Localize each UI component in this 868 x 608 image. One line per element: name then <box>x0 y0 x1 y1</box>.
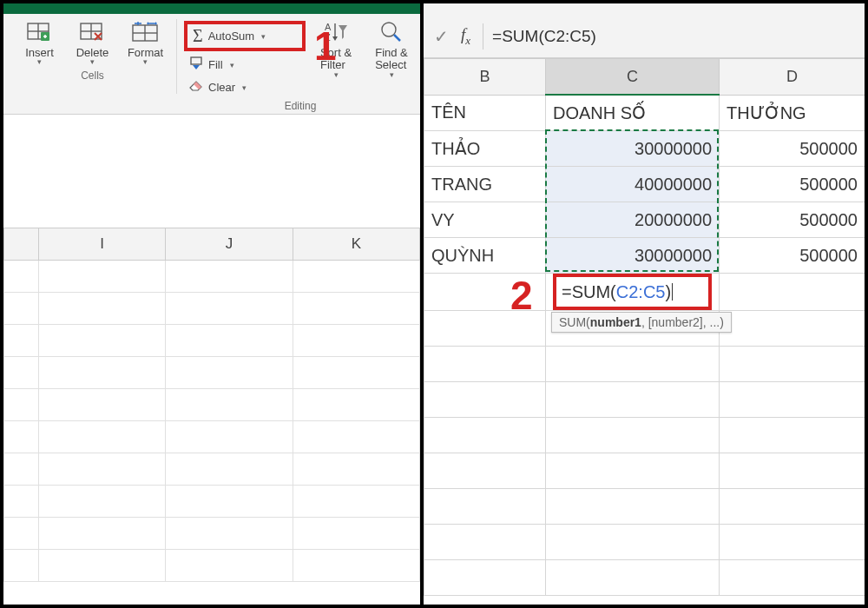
formula-bar-input[interactable]: =SUM(C2:C5) <box>483 23 854 50</box>
autosum-button[interactable]: Σ AutoSum ▾ <box>184 21 306 51</box>
search-icon <box>377 19 406 45</box>
cells-group-label: Cells <box>81 69 104 82</box>
callout-2: 2 <box>510 275 533 315</box>
col-K[interactable]: K <box>293 228 419 261</box>
table-row <box>424 560 865 596</box>
eraser-icon <box>189 80 203 95</box>
ribbon: Insert ▾ <box>3 14 420 115</box>
col-C[interactable]: C <box>546 59 720 96</box>
chevron-down-icon: ▾ <box>390 70 394 79</box>
formula-bar: ✓ fx =SUM(C2:C5) <box>424 16 865 58</box>
column-header-row[interactable]: I J K <box>4 228 420 261</box>
group-separator <box>176 19 177 94</box>
chevron-down-icon: ▾ <box>37 57 42 66</box>
svg-line-25 <box>394 35 400 41</box>
table-row[interactable]: TRANG 40000000 500000 <box>424 167 865 202</box>
table-row[interactable]: TÊN DOANH SỐ THƯỞNG <box>424 95 865 131</box>
table-row[interactable]: VY 20000000 500000 <box>424 202 865 238</box>
column-header-row[interactable]: B C D <box>424 59 865 96</box>
confirm-icon[interactable]: ✓ <box>434 26 449 47</box>
col-I[interactable]: I <box>39 228 166 261</box>
left-spreadsheet[interactable]: I J K <box>3 228 420 582</box>
editing-group: Σ AutoSum ▾ Fill ▾ <box>181 19 420 112</box>
table-row <box>424 347 865 382</box>
table-row <box>424 489 865 525</box>
insert-button[interactable]: Insert ▾ <box>16 19 63 66</box>
chevron-down-icon: ▾ <box>334 70 339 79</box>
right-spreadsheet[interactable]: B C D TÊN DOANH SỐ THƯỞNG THẢO 30000000 … <box>424 58 865 596</box>
col-J[interactable]: J <box>166 228 293 261</box>
svg-rect-16 <box>191 57 201 64</box>
delete-button[interactable]: Delete ▾ <box>69 19 116 66</box>
insert-cells-icon <box>25 19 55 45</box>
cells-group: Insert ▾ <box>12 19 173 82</box>
text-cursor <box>672 283 673 301</box>
clear-button[interactable]: Clear ▾ <box>184 78 306 96</box>
fill-button[interactable]: Fill ▾ <box>184 55 306 75</box>
col-D[interactable]: D <box>720 59 865 96</box>
table-row <box>424 453 865 489</box>
callout-1: 1 <box>314 26 337 66</box>
fill-label: Fill <box>208 58 223 71</box>
table-row[interactable]: =SUM(C2:C5) SUM(number1, [number2], ...) <box>424 274 865 311</box>
table-row[interactable]: THẢO 30000000 500000 <box>424 131 865 167</box>
col-B[interactable]: B <box>424 59 546 96</box>
fx-icon[interactable]: fx <box>461 25 470 48</box>
table-row <box>424 525 865 560</box>
svg-marker-17 <box>193 65 200 69</box>
delete-cells-icon <box>78 19 108 45</box>
chevron-down-icon: ▾ <box>242 83 247 92</box>
fill-down-icon <box>189 56 203 73</box>
sigma-icon: Σ <box>193 26 203 46</box>
chevron-down-icon: ▾ <box>90 57 95 66</box>
active-cell[interactable]: =SUM(C2:C5) SUM(number1, [number2], ...) <box>546 274 720 311</box>
format-cells-icon <box>131 19 161 45</box>
table-row <box>424 382 865 418</box>
left-pane: Insert ▾ <box>3 3 424 605</box>
format-button[interactable]: Format ▾ <box>122 19 169 66</box>
svg-point-24 <box>382 23 396 36</box>
autosum-label: AutoSum <box>208 30 254 43</box>
chevron-down-icon: ▾ <box>261 32 266 41</box>
table-row <box>424 418 865 453</box>
function-tooltip: SUM(number1, [number2], ...) <box>551 312 732 333</box>
table-row[interactable]: QUỲNH 30000000 500000 <box>424 238 865 274</box>
find-select-button[interactable]: Find &Select ▾ <box>366 19 417 79</box>
chevron-down-icon: ▾ <box>143 57 148 66</box>
clear-label: Clear <box>208 81 235 94</box>
right-pane: ✓ fx =SUM(C2:C5) B C D TÊN DOANH SỐ THƯỞ… <box>424 3 865 605</box>
chevron-down-icon: ▾ <box>230 61 234 69</box>
editing-group-label: Editing <box>184 100 417 112</box>
title-bar <box>3 3 420 14</box>
